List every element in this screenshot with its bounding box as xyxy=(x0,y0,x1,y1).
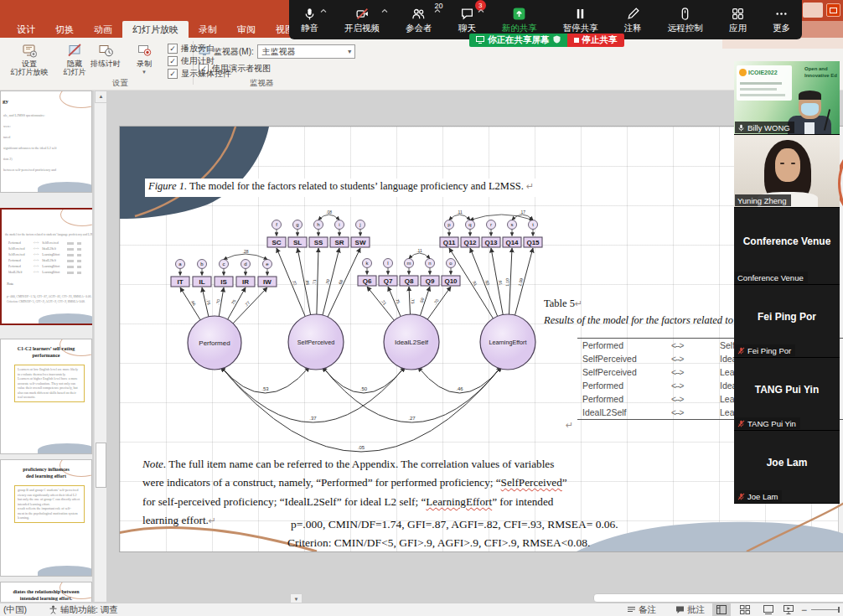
normal-view-button[interactable] xyxy=(712,603,731,616)
horizontal-scrollbar[interactable] xyxy=(593,593,843,603)
shield-icon xyxy=(553,35,561,45)
thumbnail-heading: diates the relationship between xyxy=(1,589,91,595)
toolbar-microphone[interactable]: 静音 xyxy=(297,0,322,39)
thumbnail-heading: proficiency influences xyxy=(1,467,91,473)
ribbon-button-4[interactable]: 录制▼ xyxy=(126,41,163,76)
ribbon-checkbox-1[interactable]: ✓播放旁白 xyxy=(168,43,215,54)
notes-button[interactable]: 备注 xyxy=(627,604,656,616)
note-segment: SelfPerceived xyxy=(501,476,562,489)
screen-share-banner: 你正在共享屏幕 停止共享 xyxy=(469,34,624,47)
tab-录制[interactable]: 录制 xyxy=(189,21,227,38)
accessibility-status[interactable]: 辅助功能: 调查 xyxy=(49,604,118,616)
indicator-box-label: SR xyxy=(334,239,344,246)
thumbnail-table-row: Performed<-->SelfPerceived xyxy=(8,241,85,245)
poster-title-line2: Innovative Ed xyxy=(804,73,837,80)
toolbar-apps[interactable]: 应用 xyxy=(726,0,750,39)
participant-name-label: Billy WONG xyxy=(735,122,794,133)
window-control-icon[interactable] xyxy=(826,3,840,17)
participant-tile-conference-venue[interactable]: Conference VenueConference Venue xyxy=(734,208,840,285)
zoom-out-button[interactable]: − xyxy=(801,604,807,616)
participant-tile-joe-lam[interactable]: Joe LamJoe Lam xyxy=(734,431,840,504)
camera-off-icon xyxy=(355,6,370,22)
figure-caption-number: Figure 1. xyxy=(148,180,187,192)
reading-view-button[interactable] xyxy=(759,603,778,616)
sharing-status: 你正在共享屏幕 xyxy=(469,34,567,47)
slide-thumbnail-3[interactable]: C1-C2 learners’ self-ratingperformanceLe… xyxy=(0,339,92,454)
ribbon-checkbox-2[interactable]: ✓使用计时 xyxy=(168,55,215,67)
toolbar-item-label: 参会者 xyxy=(406,23,432,34)
indicator-box-label: Q9 xyxy=(426,277,435,285)
toolbar-item-label: 更多 xyxy=(773,23,790,34)
toolbar-annotate[interactable]: 注释 xyxy=(621,0,645,39)
zoom-slider-thumb[interactable] xyxy=(838,607,840,613)
participant-name-text: Joe Lam xyxy=(747,492,778,501)
participant-name-text: Billy WONG xyxy=(747,123,790,132)
indicator-box-label: IS xyxy=(220,278,227,286)
thumbnail-heading: C1-C2 learners’ self-rating xyxy=(1,346,91,352)
toolbar-more[interactable]: 更多 xyxy=(769,0,794,39)
toolbar-remote-control[interactable]: 远程控制 xyxy=(665,0,706,39)
slide-sorter-view-button[interactable] xyxy=(736,603,754,616)
slide-thumbnail-4[interactable]: proficiency influencesded learning effor… xyxy=(0,459,92,577)
tab-幻灯片放映[interactable]: 幻灯片放映 xyxy=(122,21,189,38)
scrollbar-thumb[interactable] xyxy=(96,443,106,488)
conference-logo-text: ICOIE2022 xyxy=(748,70,778,75)
table-cell-arrow: <--> xyxy=(671,341,720,350)
thumbnail-table-row: IdealL2Self<-->LearningEffort xyxy=(8,271,85,274)
remote-control-icon xyxy=(678,6,692,22)
slide-thumbnail-1[interactable]: gyale, and L2MSS questionnaire:were:ture… xyxy=(0,91,92,193)
error-term-label: r xyxy=(490,222,492,227)
participant-tile-yuning-zheng[interactable]: Yuning Zheng xyxy=(734,135,840,208)
ribbon-button-label: 设置 xyxy=(22,60,37,68)
table-cell-arrow: <--> xyxy=(671,381,720,391)
slideshow-view-button[interactable] xyxy=(779,603,798,616)
tab-动画[interactable]: 动画 xyxy=(84,21,122,38)
language-indicator[interactable]: (中国) xyxy=(3,604,27,616)
toolbar-participants[interactable]: 20参会者 xyxy=(402,0,436,39)
titlebar-account-chip[interactable] xyxy=(803,3,823,18)
thumbnail-text-line: Learners at higher English level have a … xyxy=(18,376,81,381)
slide-thumbnail-2[interactable]: the model for the factors related to stu… xyxy=(0,208,92,325)
figure-caption: Figure 1. The model for the factors rela… xyxy=(145,179,567,197)
participant-tile-fei-ping-por[interactable]: Fei Ping PorFei Ping Por xyxy=(734,285,840,358)
ribbon-checkbox-3[interactable]: ✓显示媒体控件 xyxy=(168,68,231,80)
more-icon xyxy=(774,6,789,22)
notes-icon xyxy=(627,605,636,616)
ribbon-button-3[interactable]: 排练计时 xyxy=(87,41,124,68)
tab-切换[interactable]: 切换 xyxy=(45,21,84,38)
error-term-label: g xyxy=(296,222,298,227)
indicator-box-label: Q7 xyxy=(384,277,393,285)
thumbnail-heading: gy xyxy=(3,98,8,105)
participant-name-text: TANG Pui Yin xyxy=(747,419,796,428)
zoom-slider[interactable] xyxy=(811,609,840,610)
toolbar-item-label: 应用 xyxy=(729,23,747,34)
monitor-dropdown[interactable]: 主监视器 ▼ xyxy=(257,44,355,59)
stop-icon xyxy=(574,38,579,43)
poster-title: Open andInnovative Ed xyxy=(804,66,837,79)
participant-tile-tang-pui-yin[interactable]: TANG Pui YinTANG Pui Yin xyxy=(734,358,840,431)
indicator-box-label: Q15 xyxy=(526,239,540,246)
thumbnail-text-line: Note. xyxy=(7,282,14,286)
participant-name-centered: Fei Ping Por xyxy=(734,311,840,323)
participant-tile-billy-wong[interactable]: ICOIE2022Open andInnovative EdBilly WONG xyxy=(734,61,840,135)
tab-设计[interactable]: 设计 xyxy=(7,21,45,38)
indicator-box-label: Q11 xyxy=(443,239,456,246)
monitor-row: 监视器(M): 主监视器 ▼ xyxy=(199,44,355,59)
conference-poster: ICOIE2022 xyxy=(737,65,792,101)
tab-审阅[interactable]: 审阅 xyxy=(227,21,266,38)
stop-share-button[interactable]: 停止共享 xyxy=(567,34,624,47)
ribbon-button-1[interactable]: 设置幻灯片放映 xyxy=(8,41,50,76)
comments-button[interactable]: 批注 xyxy=(675,604,705,616)
note-segment: The full item name can be referred to th… xyxy=(142,458,554,489)
indicator-box-label: Q14 xyxy=(505,239,519,246)
toolbar-camera-off[interactable]: 开启视频 xyxy=(341,0,383,39)
apps-icon xyxy=(731,6,745,22)
table-cell-arrow: <--> xyxy=(671,368,720,377)
error-term-label: d xyxy=(244,261,246,267)
scroll-up-icon[interactable]: ▲ xyxy=(95,91,107,103)
thumbnail-scrollbar[interactable]: ▲ xyxy=(94,91,106,602)
figure-caption-text: The model for the factors related to stu… xyxy=(187,180,526,192)
thumbnail-decoration xyxy=(60,208,92,226)
ribbon-button-label: 录制 xyxy=(137,60,152,68)
slide-thumbnail-5[interactable]: diates the relationship betweenintended … xyxy=(0,582,92,602)
